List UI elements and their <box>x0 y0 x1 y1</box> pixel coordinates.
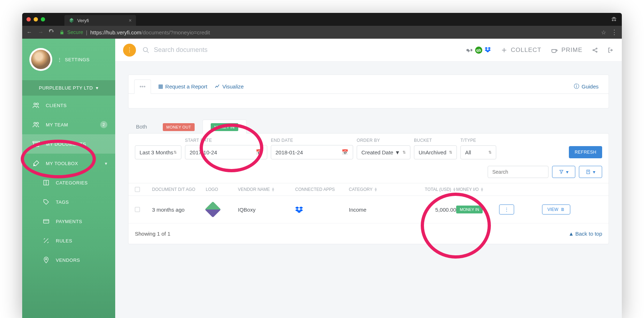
logout-icon[interactable] <box>608 47 614 53</box>
cell-vendor-logo <box>206 202 220 217</box>
bookmark-star-icon[interactable]: ☆ <box>601 29 606 36</box>
book-icon <box>42 179 50 187</box>
table-row: 3 months ago IQBoxy Income 5,000.00 MONE… <box>128 196 609 223</box>
tab-both[interactable]: Both <box>128 120 155 133</box>
back-to-top-link[interactable]: ▲ Back to top <box>569 231 602 237</box>
sidebar-item-label: RULES <box>56 238 72 244</box>
veryfi-favicon-icon <box>69 18 74 23</box>
cell-total: 5,000.00 <box>406 207 456 213</box>
quick-menu-button[interactable]: ⋮ <box>123 44 136 57</box>
avatar[interactable] <box>29 48 52 71</box>
cell-connected-apps <box>295 206 349 213</box>
col-money-io[interactable]: MONEY I/O▲▼ <box>456 187 499 192</box>
col-total[interactable]: TOTAL (USD)▲▼ <box>406 187 456 192</box>
dropbox-icon[interactable] <box>484 47 492 54</box>
browser-tab[interactable]: Veryfi × <box>64 15 136 26</box>
coffee-icon <box>551 47 558 54</box>
document-icon <box>586 169 591 174</box>
secure-label: Secure <box>67 29 83 35</box>
more-actions-tab[interactable]: ••• <box>134 80 151 94</box>
team-icon <box>32 121 40 129</box>
start-date-input[interactable]: 2017-10-24 📅 <box>185 145 267 159</box>
settings-link[interactable]: ⋮ SETTINGS <box>57 57 90 62</box>
settings-label: SETTINGS <box>65 57 90 62</box>
credit-card-icon <box>42 217 50 225</box>
guides-link[interactable]: ⓘ Guides <box>574 83 603 90</box>
visualize-link[interactable]: Visualize <box>214 83 244 90</box>
collect-button[interactable]: COLLECT <box>501 47 541 54</box>
caret-down-icon: ▾ <box>593 169 595 175</box>
sidebar-item-my-documents[interactable]: MY DOCUMENTS <box>22 134 115 154</box>
close-window-button[interactable] <box>26 17 31 21</box>
sidebar-item-label: VENDORS <box>56 257 80 263</box>
sidebar-item-my-toolbox[interactable]: MY TOOLBOX ▾ <box>22 154 115 173</box>
tab-close-button[interactable]: × <box>129 18 132 23</box>
url-text[interactable]: https://hub.veryfi.com/documents/?moneyi… <box>90 29 210 35</box>
plug-icon[interactable] <box>466 47 473 54</box>
location-pin-icon <box>42 256 50 264</box>
lock-icon <box>59 30 64 35</box>
tab-title: Veryfi <box>77 18 126 23</box>
sidebar-item-my-team[interactable]: MY TEAM 2 <box>22 115 115 134</box>
grid-icon: ▦ <box>158 83 163 90</box>
svg-point-2 <box>34 122 36 125</box>
header-end-date: END DATE <box>271 138 353 143</box>
quickbooks-icon[interactable]: qb <box>475 47 482 54</box>
documents-panel: START DATE END DATE ORDER BY BUCKET T/TY… <box>128 133 609 244</box>
end-date-input[interactable]: 2018-01-24 📅 <box>271 145 353 159</box>
sidebar-item-label: PAYMENTS <box>56 219 82 224</box>
col-category[interactable]: CATEGORY▲▼ <box>349 187 406 192</box>
bucket-select[interactable]: UnArchived⇅ <box>414 145 457 159</box>
row-more-button[interactable]: ⋮ <box>499 204 514 215</box>
share-icon[interactable] <box>592 47 598 53</box>
prime-button[interactable]: PRIME <box>551 47 582 54</box>
col-connected-apps: CONNECTED APPS <box>295 187 349 192</box>
more-icon: ⋮ <box>57 57 62 62</box>
row-checkbox[interactable] <box>135 207 140 212</box>
request-report-link[interactable]: ▦ Request a Report <box>158 83 208 90</box>
cell-money-io: MONEY IN <box>456 206 499 213</box>
row-view-button[interactable]: VIEW 🗎 <box>542 204 570 215</box>
search-icon <box>142 47 150 54</box>
incognito-icon <box>610 16 618 23</box>
tab-money-out[interactable]: MONEY OUT <box>155 120 203 133</box>
sidebar-item-clients[interactable]: CLIENTS <box>22 96 115 115</box>
search-input[interactable] <box>154 46 261 54</box>
sidebar-item-rules[interactable]: RULES <box>22 231 115 250</box>
tab-money-in[interactable]: MONEY IN <box>203 120 247 134</box>
sidebar-item-categories[interactable]: CATEGORIES <box>22 173 115 192</box>
caret-down-icon: ▾ <box>96 85 99 91</box>
sidebar-item-tags[interactable]: TAGS <box>22 192 115 212</box>
forward-button[interactable]: → <box>38 29 44 35</box>
reload-button[interactable] <box>49 29 54 35</box>
svg-rect-4 <box>34 143 39 146</box>
refresh-button[interactable]: REFRESH <box>569 146 602 158</box>
select-all-checkbox[interactable] <box>135 187 140 192</box>
chevron-down-icon: ▾ <box>105 161 108 166</box>
filter-dropdown-button[interactable]: ▾ <box>552 166 575 178</box>
export-dropdown-button[interactable]: ▾ <box>579 166 602 178</box>
organization-selector[interactable]: PURPLEBLUE PTY LTD ▾ <box>22 80 115 96</box>
range-select[interactable]: Last 3 Months⇅ <box>135 145 181 159</box>
maximize-window-button[interactable] <box>41 17 45 21</box>
money-in-badge: MONEY IN <box>456 206 483 213</box>
ttype-select[interactable]: All⇅ <box>460 145 496 159</box>
back-button[interactable]: ← <box>26 29 32 35</box>
table-search-input[interactable] <box>488 166 548 178</box>
calendar-icon: 📅 <box>256 149 263 155</box>
header-bucket: BUCKET <box>414 138 457 143</box>
sidebar-item-payments[interactable]: PAYMENTS <box>22 212 115 231</box>
money-in-pill: MONEY IN <box>211 123 238 131</box>
col-vendor[interactable]: VENDOR NAME▲▼ <box>238 187 295 192</box>
minimize-window-button[interactable] <box>34 17 38 21</box>
col-document-dt[interactable]: DOCUMENT D/T AGO <box>152 187 206 192</box>
cell-vendor-name: IQBoxy <box>238 207 295 213</box>
sidebar-item-vendors[interactable]: VENDORS <box>22 250 115 270</box>
chart-line-icon <box>214 83 220 89</box>
svg-point-1 <box>36 103 39 105</box>
cell-dt-ago: 3 months ago <box>152 207 206 213</box>
sidebar-item-label: MY DOCUMENTS <box>46 141 86 147</box>
browser-menu-button[interactable]: ⋮ <box>611 28 618 36</box>
order-by-select[interactable]: Created Date ▼⇅ <box>357 145 410 159</box>
sidebar-item-label: TAGS <box>56 199 69 205</box>
